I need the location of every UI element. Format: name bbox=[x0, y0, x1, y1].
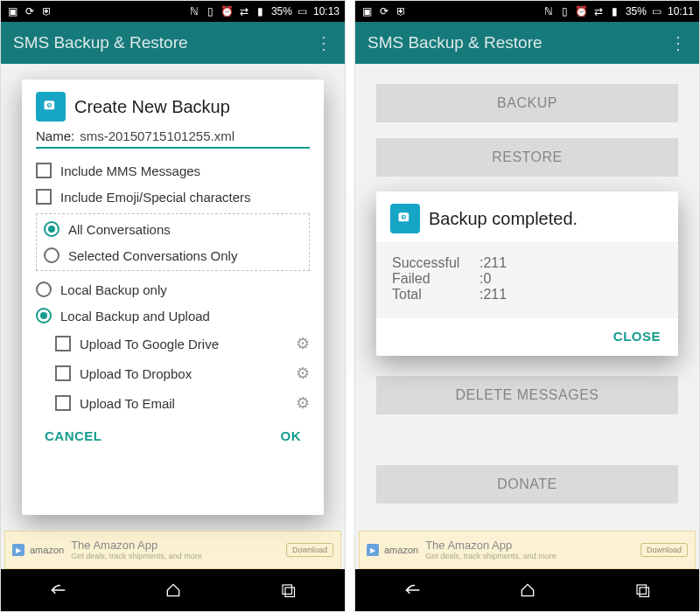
name-value: sms-20150715101255.xml bbox=[80, 129, 234, 143]
backup-stats: Successful: 211 Failed: 0 Total: 211 bbox=[376, 243, 678, 318]
back-icon[interactable] bbox=[402, 579, 424, 602]
ad-banner[interactable]: ▶ amazon The Amazon App Get deals, track… bbox=[359, 531, 696, 569]
include-mms-label: Include MMS Messages bbox=[60, 163, 200, 178]
total-value: 211 bbox=[483, 287, 507, 303]
alarm-icon: ⏰ bbox=[576, 5, 588, 17]
recent-icon[interactable] bbox=[631, 579, 654, 602]
ad-title: The Amazon App bbox=[425, 539, 556, 552]
donate-button[interactable]: DONATE bbox=[376, 465, 678, 504]
overflow-menu-icon[interactable]: ⋮ bbox=[669, 32, 687, 53]
upload-email-label: Upload To Email bbox=[80, 396, 175, 411]
checkbox-icon bbox=[36, 189, 52, 205]
nfc-icon: ℕ bbox=[188, 5, 200, 17]
local-upload-label: Local Backup and Upload bbox=[60, 309, 210, 323]
notif1-icon: ▣ bbox=[6, 5, 18, 17]
close-button[interactable]: CLOSE bbox=[613, 329, 661, 344]
overflow-menu-icon[interactable]: ⋮ bbox=[315, 32, 332, 53]
include-emoji-checkbox[interactable]: Include Emoji/Special characters bbox=[36, 184, 310, 210]
nav-bar bbox=[1, 569, 345, 611]
checkbox-icon bbox=[55, 365, 71, 381]
selected-conversations-radio[interactable]: Selected Conversations Only bbox=[44, 242, 302, 268]
nav-bar bbox=[355, 569, 699, 611]
gear-icon[interactable]: ⚙ bbox=[296, 334, 310, 353]
create-backup-dialog: Create New Backup Name: sms-201507151012… bbox=[22, 80, 324, 515]
app-logo-icon bbox=[36, 92, 66, 122]
clock-text: 10:13 bbox=[313, 5, 340, 17]
gear-icon[interactable]: ⚙ bbox=[296, 393, 310, 413]
svg-rect-3 bbox=[285, 588, 295, 597]
notif2-icon: ⟳ bbox=[378, 5, 390, 17]
selected-conversations-label: Selected Conversations Only bbox=[68, 248, 237, 263]
shield-icon: ⛨ bbox=[41, 5, 53, 17]
shield-icon: ⛨ bbox=[396, 5, 408, 17]
ad-badge-icon: ▶ bbox=[12, 544, 24, 556]
radio-selected-icon bbox=[44, 221, 60, 237]
signal-icon: ▮ bbox=[255, 5, 267, 17]
ad-download-button[interactable]: Download bbox=[640, 543, 688, 557]
ad-download-button[interactable]: Download bbox=[286, 543, 333, 557]
radio-icon bbox=[44, 247, 60, 263]
app-bar: SMS Backup & Restore ⋮ bbox=[355, 22, 699, 64]
local-only-label: Local Backup only bbox=[60, 282, 167, 297]
local-only-radio[interactable]: Local Backup only bbox=[36, 276, 310, 303]
ad-subtitle: Get deals, track shipments, and more bbox=[425, 552, 556, 560]
battery-text: 35% bbox=[626, 5, 647, 17]
successful-label: Successful bbox=[392, 255, 480, 271]
backup-completed-dialog: Backup completed. Successful: 211 Failed… bbox=[376, 191, 678, 356]
ad-brand: amazon bbox=[384, 545, 418, 555]
svg-rect-2 bbox=[283, 585, 292, 595]
phone-left: ▣ ⟳ ⛨ ℕ ▯ ⏰ ⇄ ▮ 35% ▭ 10:13 SMS Backup &… bbox=[0, 0, 346, 612]
notif1-icon: ▣ bbox=[360, 5, 373, 17]
vibrate-icon: ▯ bbox=[559, 5, 571, 17]
recent-icon[interactable] bbox=[276, 579, 299, 602]
dialog-title: Create New Backup bbox=[74, 97, 230, 117]
app-title: SMS Backup & Restore bbox=[13, 33, 188, 52]
battery-icon: ▭ bbox=[297, 5, 309, 17]
cancel-button[interactable]: CANCEL bbox=[45, 428, 102, 443]
upload-gdrive-checkbox[interactable]: Upload To Google Drive ⚙ bbox=[55, 329, 310, 358]
upload-email-checkbox[interactable]: Upload To Email ⚙ bbox=[55, 388, 310, 418]
wifi-icon: ⇄ bbox=[238, 5, 250, 17]
status-bar: ▣ ⟳ ⛨ ℕ ▯ ⏰ ⇄ ▮ 35% ▭ 10:11 bbox=[355, 1, 699, 22]
restore-button[interactable]: RESTORE bbox=[376, 138, 678, 177]
successful-value: 211 bbox=[483, 255, 507, 271]
dialog-title: Backup completed. bbox=[429, 209, 578, 229]
home-icon[interactable] bbox=[162, 579, 185, 602]
name-label: Name: bbox=[36, 129, 74, 143]
total-label: Total bbox=[392, 287, 480, 303]
battery-icon: ▭ bbox=[651, 5, 663, 17]
ad-badge-icon: ▶ bbox=[367, 544, 379, 556]
app-logo-icon bbox=[390, 204, 420, 233]
svg-rect-7 bbox=[640, 588, 649, 597]
local-upload-radio[interactable]: Local Backup and Upload bbox=[36, 303, 310, 329]
include-emoji-label: Include Emoji/Special characters bbox=[60, 190, 251, 205]
filename-field[interactable]: Name: sms-20150715101255.xml bbox=[36, 129, 310, 149]
delete-messages-button[interactable]: DELETE MESSAGES bbox=[376, 376, 678, 414]
gear-icon[interactable]: ⚙ bbox=[296, 364, 310, 383]
back-icon[interactable] bbox=[47, 579, 70, 602]
signal-icon: ▮ bbox=[609, 5, 621, 17]
app-bar: SMS Backup & Restore ⋮ bbox=[1, 22, 345, 64]
ad-subtitle: Get deals, track shipments, and more bbox=[71, 552, 202, 560]
radio-selected-icon bbox=[36, 308, 52, 323]
all-conversations-radio[interactable]: All Conversations bbox=[44, 216, 302, 242]
include-mms-checkbox[interactable]: Include MMS Messages bbox=[36, 157, 310, 184]
conversation-scope-group: All Conversations Selected Conversations… bbox=[36, 213, 310, 271]
ad-title: The Amazon App bbox=[71, 539, 202, 552]
failed-label: Failed bbox=[392, 271, 480, 287]
ad-banner[interactable]: ▶ amazon The Amazon App Get deals, track… bbox=[4, 531, 341, 569]
upload-dropbox-checkbox[interactable]: Upload To Dropbox ⚙ bbox=[55, 358, 310, 388]
ok-button[interactable]: OK bbox=[281, 428, 302, 443]
wifi-icon: ⇄ bbox=[592, 5, 605, 17]
all-conversations-label: All Conversations bbox=[68, 222, 171, 237]
notif2-icon: ⟳ bbox=[24, 5, 36, 17]
svg-rect-6 bbox=[637, 585, 647, 595]
home-icon[interactable] bbox=[516, 579, 539, 602]
failed-value: 0 bbox=[483, 271, 491, 287]
clock-text: 10:11 bbox=[668, 5, 694, 17]
upload-gdrive-label: Upload To Google Drive bbox=[80, 337, 219, 351]
backup-button[interactable]: BACKUP bbox=[376, 84, 678, 122]
checkbox-icon bbox=[36, 163, 52, 178]
vibrate-icon: ▯ bbox=[205, 5, 217, 17]
ad-brand: amazon bbox=[30, 545, 64, 555]
